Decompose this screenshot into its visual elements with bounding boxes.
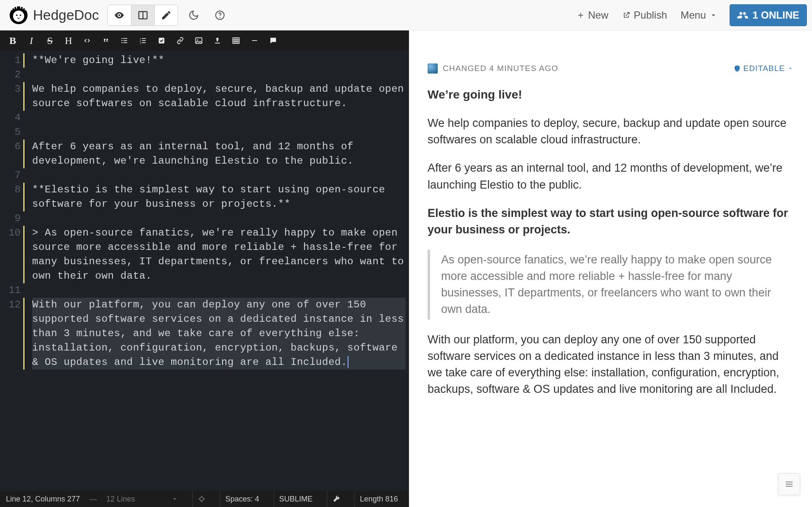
editor-status-bar: Line 12, Columns 277 — 12 Lines Spaces: … (0, 491, 409, 507)
permission-dropdown[interactable]: EDITABLE (733, 63, 793, 74)
markdown-editor[interactable]: 123456789101112 **We're going live!**​We… (0, 51, 409, 491)
svg-point-36 (200, 497, 203, 501)
help-icon (215, 10, 225, 20)
menu-label: Menu (680, 9, 706, 21)
editor-line[interactable]: **Elestio is the simplest way to start u… (32, 183, 406, 211)
editor-line[interactable]: ​ (32, 111, 406, 125)
svg-point-15 (121, 38, 123, 39)
ol-button[interactable]: 123 (134, 32, 151, 49)
author-avatar[interactable] (428, 63, 438, 74)
top-nav: HedgeDoc New Publish Menu 1 ONLINE (0, 0, 812, 30)
code-icon (83, 36, 91, 45)
checklist-button[interactable] (153, 32, 170, 49)
editor-line[interactable]: ​ (32, 68, 406, 82)
svg-rect-30 (233, 38, 239, 43)
editor-line[interactable]: After 6 years as an internal tool, and 1… (32, 140, 406, 168)
publish-button[interactable]: Publish (615, 5, 674, 25)
online-users-button[interactable]: 1 ONLINE (730, 4, 807, 26)
line-number: 2 (0, 68, 25, 82)
editor-line[interactable]: ​ (32, 168, 406, 183)
line-number: 8 (0, 183, 25, 211)
table-button[interactable] (228, 32, 244, 49)
svg-rect-24 (142, 38, 146, 39)
eye-icon (114, 10, 125, 21)
shield-icon (733, 65, 741, 72)
cursor-position[interactable]: Line 12, Columns 277 (6, 495, 80, 504)
svg-rect-18 (123, 38, 127, 39)
line-number: 6 (0, 140, 25, 168)
toc-toggle-button[interactable] (778, 473, 800, 495)
svg-point-14 (219, 16, 220, 17)
svg-point-1 (13, 11, 24, 22)
svg-point-10 (118, 14, 120, 16)
editor-line[interactable]: With our platform, you can deploy any on… (32, 298, 406, 370)
line-number: 7 (0, 168, 25, 183)
editor-line[interactable]: > As open-source fanatics, we're really … (32, 226, 406, 283)
code-area[interactable]: **We're going live!**​We help companies … (26, 51, 409, 491)
svg-point-17 (121, 42, 123, 44)
share-icon (622, 11, 631, 19)
mode-split-button[interactable] (131, 5, 154, 25)
indent-setting[interactable]: Spaces: 4 (220, 491, 264, 507)
list-ol-icon: 123 (139, 36, 147, 45)
svg-rect-19 (123, 40, 127, 41)
svg-rect-41 (786, 482, 793, 482)
brand[interactable]: HedgeDoc (5, 6, 103, 25)
ul-button[interactable] (116, 32, 133, 49)
heading-button[interactable]: H (60, 32, 77, 49)
strike-button[interactable]: S (41, 32, 58, 49)
preview-title: We’re going live! (428, 86, 793, 104)
preview-blockquote: As open-source fanatics, we’re really ha… (428, 250, 793, 320)
svg-rect-43 (786, 486, 793, 487)
hr-button[interactable] (246, 32, 263, 49)
link-button[interactable] (172, 32, 189, 49)
night-mode-button[interactable] (183, 5, 204, 26)
help-button[interactable] (209, 5, 230, 26)
columns-icon (137, 10, 148, 21)
svg-point-16 (121, 40, 123, 41)
editor-settings-button[interactable] (327, 491, 345, 507)
editor-line[interactable]: ​ (32, 125, 406, 140)
permission-label: EDITABLE (743, 63, 785, 74)
svg-text:3: 3 (140, 42, 141, 44)
line-number: 9 (0, 211, 25, 226)
line-count: 12 Lines (106, 495, 135, 504)
hedgedoc-logo-icon (9, 6, 28, 25)
line-number: 10 (0, 226, 25, 283)
view-mode-switch (107, 5, 178, 26)
status-nav-reset[interactable] (192, 491, 211, 507)
comment-button[interactable] (265, 32, 282, 49)
mode-view-button[interactable] (108, 5, 131, 25)
svg-rect-42 (786, 484, 793, 485)
bold-button[interactable]: B (4, 32, 21, 49)
quote-button[interactable] (97, 32, 114, 49)
editor-line[interactable]: **We're going live!** (32, 53, 406, 68)
preview-paragraph-bold: Elestio is the simplest way to start usi… (428, 205, 793, 238)
menu-dropdown[interactable]: Menu (674, 5, 724, 25)
doc-length: Length 816 (354, 491, 403, 507)
preview-pane: CHANGED 4 MINUTES AGO EDITABLE We’re goi… (409, 51, 812, 491)
new-label: New (588, 9, 609, 21)
menu-icon (784, 479, 794, 489)
status-nav-up[interactable] (166, 491, 183, 507)
editor-line[interactable]: We help companies to deploy, secure, bac… (32, 82, 406, 111)
image-button[interactable] (190, 32, 207, 49)
pencil-icon (161, 10, 172, 21)
upload-icon (213, 36, 222, 45)
line-number: 3 (0, 82, 25, 111)
svg-rect-25 (142, 40, 146, 41)
mode-edit-button[interactable] (154, 5, 178, 25)
svg-rect-35 (252, 40, 257, 41)
line-number: 5 (0, 125, 25, 140)
editor-line[interactable]: ​ (32, 211, 406, 226)
code-button[interactable] (79, 32, 96, 49)
italic-button[interactable]: I (23, 32, 40, 49)
svg-point-29 (197, 39, 198, 41)
editor-line[interactable]: ​ (32, 283, 406, 298)
check-square-icon (157, 36, 166, 45)
upload-button[interactable] (209, 32, 226, 49)
keymap-setting[interactable]: SUBLIME (274, 491, 318, 507)
image-icon (195, 36, 203, 45)
svg-rect-20 (123, 42, 127, 43)
new-button[interactable]: New (570, 5, 615, 25)
